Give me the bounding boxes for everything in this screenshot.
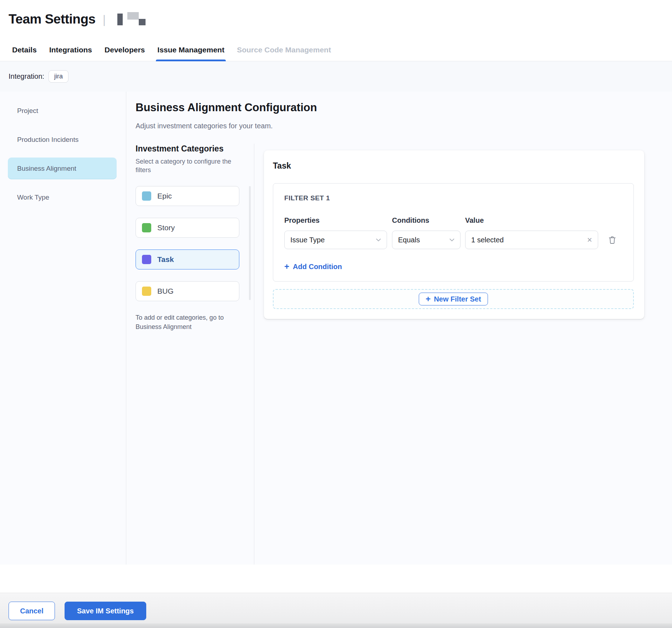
category-button-story[interactable]: Story	[136, 218, 239, 238]
condition-select[interactable]: Equals	[392, 231, 460, 249]
value-select[interactable]: 1 selected ×	[465, 231, 598, 249]
filter-condition-row: Issue Type Equals	[284, 231, 623, 249]
tab-issue-management[interactable]: Issue Management	[157, 38, 224, 61]
title-separator: |	[103, 12, 106, 26]
delete-condition-button[interactable]	[608, 236, 616, 244]
category-button-task[interactable]: Task	[136, 249, 239, 269]
categories-subtitle: Select a category to configure the filte…	[136, 157, 235, 174]
sidebar-item-production-incidents[interactable]: Production Incidents	[8, 129, 117, 150]
task-color-swatch-icon	[142, 255, 151, 264]
column-header-properties: Properties	[284, 216, 392, 225]
column-header-value: Value	[465, 216, 484, 225]
bug-color-swatch-icon	[142, 287, 151, 296]
page-header: Team Settings |	[0, 0, 672, 38]
redaction-block	[139, 19, 146, 25]
chevron-down-icon	[376, 238, 381, 242]
team-settings-page: Team Settings | Details Integrations Dev…	[0, 0, 672, 628]
redaction-block	[117, 14, 123, 25]
column-header-conditions: Conditions	[392, 216, 465, 225]
clear-selection-icon[interactable]: ×	[587, 236, 592, 244]
tab-bar: Details Integrations Developers Issue Ma…	[0, 38, 672, 61]
category-button-epic[interactable]: Epic	[136, 186, 239, 206]
value-select-text: 1 selected	[471, 236, 504, 244]
investment-categories-panel: Investment Categories Select a category …	[136, 144, 254, 565]
sidebar-item-work-type[interactable]: Work Type	[8, 186, 117, 208]
tab-source-code-management[interactable]: Source Code Management	[237, 38, 331, 61]
property-select-value: Issue Type	[290, 236, 325, 244]
sidebar-item-project[interactable]: Project	[8, 100, 117, 122]
new-filter-set-zone: + New Filter Set	[273, 289, 634, 309]
page-title: Team Settings	[9, 12, 96, 27]
categories-note: To add or edit categories, go to Busines…	[136, 313, 237, 331]
category-label: BUG	[157, 287, 174, 295]
categories-title: Investment Categories	[136, 144, 254, 154]
new-filter-set-label: New Filter Set	[434, 295, 481, 303]
chevron-down-icon	[449, 238, 454, 242]
category-list: Epic Story Task BUG	[136, 186, 254, 301]
condition-select-value: Equals	[398, 236, 420, 244]
tab-developers[interactable]: Developers	[105, 38, 145, 61]
filter-set-headers: Properties Conditions Value	[284, 216, 623, 225]
redacted-team-name	[117, 12, 147, 26]
new-filter-set-button[interactable]: + New Filter Set	[419, 293, 488, 305]
settings-sidebar: Project Production Incidents Business Al…	[0, 92, 126, 565]
plus-icon: +	[284, 262, 289, 271]
redaction-block	[127, 12, 139, 20]
trash-icon	[608, 236, 616, 244]
integration-row: Integration: jira	[0, 61, 672, 92]
task-filter-card: Task FILTER SET 1 Properties Conditions …	[264, 150, 644, 319]
content-area: Project Production Incidents Business Al…	[0, 92, 672, 565]
selected-category-title: Task	[273, 161, 634, 170]
story-color-swatch-icon	[142, 223, 151, 232]
category-label: Story	[157, 223, 175, 232]
integration-label: Integration:	[9, 72, 44, 81]
filter-set-title: FILTER SET 1	[284, 194, 623, 202]
add-condition-link[interactable]: + Add Condition	[284, 262, 623, 271]
sidebar-item-business-alignment[interactable]: Business Alignment	[8, 158, 117, 179]
tab-details[interactable]: Details	[12, 38, 37, 61]
filter-config-column: Task FILTER SET 1 Properties Conditions …	[254, 144, 672, 565]
filter-set-box: FILTER SET 1 Properties Conditions Value…	[273, 183, 634, 282]
add-condition-label: Add Condition	[293, 263, 342, 271]
category-label: Task	[157, 255, 174, 264]
footer-bar: Cancel Save IM Settings	[0, 593, 672, 628]
category-label: Epic	[157, 192, 172, 200]
section-title: Business Alignment Configuration	[136, 102, 672, 114]
main-column: Business Alignment Configuration Adjust …	[127, 92, 672, 565]
section-subtitle: Adjust investment categories for your te…	[136, 122, 672, 130]
plus-icon: +	[426, 295, 431, 303]
integration-value-chip: jira	[49, 70, 68, 83]
save-im-settings-button[interactable]: Save IM Settings	[65, 602, 146, 620]
category-button-bug[interactable]: BUG	[136, 281, 239, 301]
epic-color-swatch-icon	[142, 191, 151, 201]
category-list-scrollbar[interactable]	[249, 186, 251, 300]
tab-integrations[interactable]: Integrations	[49, 38, 92, 61]
property-select[interactable]: Issue Type	[284, 231, 387, 249]
cancel-button[interactable]: Cancel	[9, 602, 55, 620]
